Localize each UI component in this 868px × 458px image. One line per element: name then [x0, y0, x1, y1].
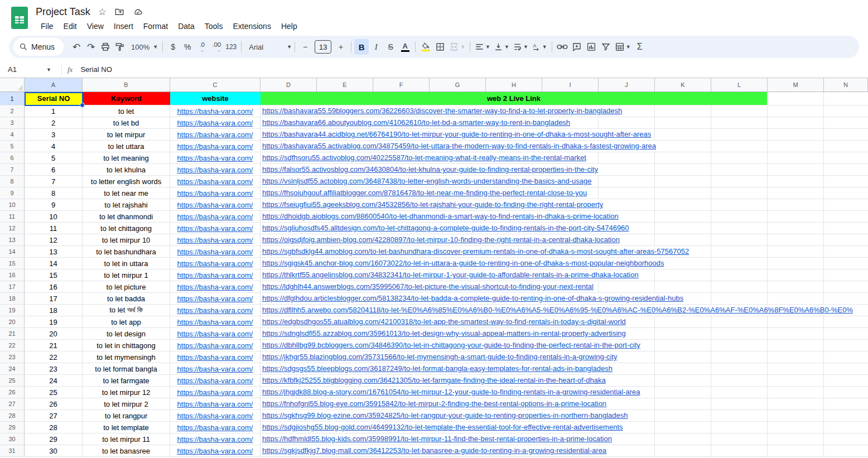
cell-keyword[interactable]: to let — [83, 105, 170, 117]
cell-website[interactable]: https://basha-vara.com/ — [170, 141, 261, 152]
row-number[interactable]: 16 — [0, 269, 25, 281]
cell-keyword[interactable]: to let in chittagong — [83, 340, 170, 351]
currency-format-button[interactable]: $ — [166, 39, 180, 55]
live-link[interactable]: https://edgbsdhgos55.atualblog.com/42100… — [261, 316, 628, 327]
cell-keyword[interactable]: to let banasree — [83, 445, 170, 456]
column-header-D[interactable]: D — [261, 78, 317, 91]
website-link[interactable]: https://basha-vara.com/ — [177, 236, 253, 244]
cell-serial[interactable]: 8 — [25, 187, 83, 199]
cell-live-link[interactable]: https://bashavara44.acidblog.net/6676419… — [261, 129, 824, 140]
select-all-corner[interactable] — [0, 78, 25, 91]
cell-keyword[interactable]: to let in uttara — [83, 258, 170, 269]
cell-live-link[interactable]: https://sgliuhosdfs45.alltdesign.com/to-… — [261, 223, 824, 234]
cell-keyword[interactable]: to let mirpur — [83, 129, 170, 140]
row-number[interactable]: 21 — [0, 328, 25, 339]
row-number[interactable]: 1 — [0, 92, 25, 105]
cell-keyword[interactable]: to let mirpur 2 — [83, 398, 170, 409]
cell-keyword[interactable]: to let dhanmondi — [83, 211, 170, 222]
live-link[interactable]: https://thlkrtf55.angelinsblog.com/34832… — [261, 269, 641, 281]
row-number[interactable]: 31 — [0, 445, 25, 456]
cell-serial[interactable]: 22 — [25, 351, 83, 363]
column-header-E[interactable]: E — [317, 78, 373, 91]
live-link[interactable]: https://sgliuhosdfs45.alltdesign.com/to-… — [261, 223, 631, 234]
row-number[interactable]: 24 — [0, 363, 25, 374]
cell-live-link[interactable]: https://hdfhmldl55.blog-kids.com/3599899… — [261, 433, 824, 445]
website-link[interactable]: https://basha-vara.com/ — [177, 295, 253, 303]
cell-website[interactable]: https://basha-vara.com/ — [170, 410, 261, 421]
cell-serial[interactable]: 20 — [25, 328, 83, 339]
chevron-down-icon[interactable]: ▼ — [287, 44, 292, 50]
column-header-G[interactable]: G — [430, 78, 486, 91]
header-website[interactable]: website — [170, 92, 261, 105]
cell-serial[interactable]: 18 — [25, 305, 83, 316]
cell-website[interactable]: https://basha-vara.com/ — [170, 433, 261, 445]
borders-button[interactable] — [433, 39, 447, 55]
cell-website[interactable]: https://basha-vara.com/ — [170, 258, 261, 269]
row-number[interactable]: 3 — [0, 117, 25, 128]
website-link[interactable]: https://basha-vara.com/ — [177, 248, 253, 256]
cell-keyword[interactable]: to let design — [83, 328, 170, 339]
cell-website[interactable]: https://basha-vara.com/ — [170, 316, 261, 327]
cell-serial[interactable]: 3 — [25, 129, 83, 140]
cell-live-link[interactable]: https://thlkrtf55.angelinsblog.com/34832… — [261, 269, 824, 281]
fill-color-button[interactable] — [418, 39, 433, 55]
live-link[interactable]: https://jhgjdk88.blog-a-story.com/167610… — [261, 387, 643, 398]
cell-serial[interactable]: 15 — [25, 269, 83, 281]
website-link[interactable]: https://basha-vara.com/ — [177, 330, 253, 338]
cell-website[interactable]: https://basha-vara.com/ — [170, 422, 261, 433]
menu-insert[interactable]: Insert — [109, 20, 138, 32]
live-link[interactable]: https://bashavara55.activablog.com/34875… — [261, 141, 658, 152]
website-link[interactable]: https://basha-vara.com/ — [177, 341, 253, 350]
row-number[interactable]: 29 — [0, 422, 25, 433]
live-link[interactable]: https://sdfhsoru55.activoblog.com/402255… — [261, 152, 589, 163]
cell-website[interactable]: https://basha-vara.com/ — [170, 211, 261, 222]
row-number[interactable]: 22 — [0, 340, 25, 351]
cell-serial[interactable]: 10 — [25, 211, 83, 222]
text-rotation-button[interactable]: A ▼ — [530, 39, 549, 55]
header-keyword[interactable]: Keyword — [83, 92, 170, 105]
cell-live-link[interactable]: https://bashavara55.activablog.com/34875… — [261, 141, 824, 152]
cell-live-link[interactable]: https://dhoidgb.aioblogs.com/88600540/to… — [261, 211, 824, 222]
live-link[interactable]: https://dfglhdou.articlesblogger.com/581… — [261, 293, 686, 304]
column-header-F[interactable]: F — [373, 78, 430, 91]
website-link[interactable]: https://basha-vara.com/ — [177, 259, 253, 268]
website-link[interactable]: https://basha-vara.com/ — [177, 412, 253, 420]
cell-serial[interactable]: 27 — [25, 410, 83, 421]
cell-live-link[interactable]: https://sdnglsdfl55.azzablog.com/3596101… — [261, 328, 824, 339]
star-icon[interactable]: ☆ — [98, 6, 107, 18]
cell-serial[interactable]: 19 — [25, 316, 83, 327]
cell-website[interactable]: https://basha-vara.com/ — [170, 445, 261, 456]
cell-website[interactable]: https://basha-vara.com/ — [170, 246, 261, 257]
cell-live-link[interactable]: https://dbhllbg99.bcbloggers.com/3484639… — [261, 340, 824, 351]
insert-link-button[interactable] — [555, 39, 570, 55]
column-header-H[interactable]: H — [486, 78, 542, 91]
cell-website[interactable]: https://basha-vara.com/ — [170, 293, 261, 304]
cell-keyword[interactable]: to let farmgate — [83, 375, 170, 386]
bold-button[interactable]: B — [354, 39, 369, 55]
cell-serial[interactable]: 9 — [25, 199, 83, 210]
cell-keyword[interactable]: to let rajshahi — [83, 199, 170, 210]
cell-live-link[interactable]: https://sgkhsg99.blog-ezine.com/35924825… — [261, 410, 824, 421]
cell-website[interactable]: https://basha-vara.com/ — [170, 375, 261, 386]
cell-keyword[interactable]: to let bd — [83, 117, 170, 128]
menu-extensions[interactable]: Extensions — [228, 20, 276, 32]
cell-website[interactable]: https://basha-vara.com/ — [170, 269, 261, 281]
live-link[interactable]: https://fhsoiuhgouf.affiliatblogger.com/… — [261, 187, 589, 199]
cell-live-link[interactable]: https://fseiugfiui55.ageeksblog.com/3453… — [261, 199, 824, 210]
cell-website[interactable]: https://basha-vara.com/ — [170, 187, 261, 199]
row-number[interactable]: 20 — [0, 316, 25, 327]
create-filter-button[interactable] — [599, 39, 613, 55]
increase-decimal-button[interactable]: .00→ — [209, 39, 224, 55]
cell-website[interactable]: https://basha-vara.com/ — [170, 305, 261, 316]
menu-view[interactable]: View — [82, 20, 109, 32]
cloud-status-icon[interactable] — [132, 7, 143, 17]
row-number[interactable]: 17 — [0, 281, 25, 292]
cell-keyword[interactable]: to let picture — [83, 281, 170, 292]
cell-keyword[interactable]: to let uttara — [83, 141, 170, 152]
menu-format[interactable]: Format — [138, 20, 173, 32]
cell-live-link[interactable]: https://ldghlh44.answerblogs.com/3599506… — [261, 281, 824, 292]
insert-chart-button[interactable] — [584, 39, 599, 55]
cell-website[interactable]: https://basha-vara.com/ — [170, 234, 261, 245]
row-number[interactable]: 25 — [0, 375, 25, 386]
row-number[interactable]: 10 — [0, 199, 25, 210]
